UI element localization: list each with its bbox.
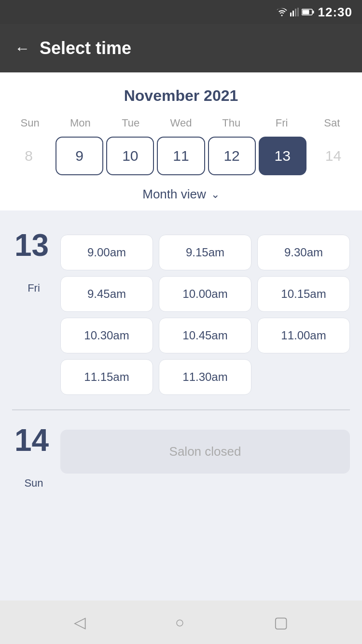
day-13-row: 13 Fri 9.00am 9.15am 9.30am 9.45am 10.00… (0, 220, 362, 405)
wifi-icon (277, 8, 287, 16)
slot-9-45am[interactable]: 9.45am (60, 276, 153, 312)
salon-closed-label: Salon closed (169, 444, 241, 459)
date-12[interactable]: 12 (208, 137, 256, 175)
page-title: Select time (40, 38, 131, 58)
salon-closed-block: Salon closed (60, 430, 350, 474)
slot-11-15am[interactable]: 11.15am (60, 359, 153, 395)
svg-rect-6 (302, 10, 309, 14)
weekday-sun: Sun (5, 114, 55, 132)
date-10[interactable]: 10 (106, 137, 154, 175)
date-8[interactable]: 8 (5, 137, 53, 175)
time-section: 13 Fri 9.00am 9.15am 9.30am 9.45am 10.00… (0, 210, 362, 601)
slot-10-45am[interactable]: 10.45am (159, 318, 251, 353)
clock-time: 12:30 (318, 5, 353, 20)
slot-9-15am[interactable]: 9.15am (159, 235, 251, 270)
slot-10-30am[interactable]: 10.30am (60, 318, 153, 353)
back-nav-button[interactable]: ◁ (74, 613, 86, 631)
home-nav-button[interactable]: ○ (175, 614, 184, 631)
weekday-fri: Fri (256, 114, 306, 132)
weekday-mon: Mon (55, 114, 105, 132)
day-14-label: 14 Sun (12, 425, 56, 490)
date-11[interactable]: 11 (157, 137, 205, 175)
calendar-section: November 2021 Sun Mon Tue Wed Thu Fri Sa… (0, 72, 362, 210)
svg-rect-5 (312, 11, 314, 14)
status-icons (277, 8, 314, 16)
day-13-name: Fri (28, 282, 40, 294)
slot-9-30am[interactable]: 9.30am (257, 235, 350, 270)
month-view-label: Month view (142, 187, 206, 202)
back-button[interactable]: ← (14, 40, 30, 57)
slot-10-15am[interactable]: 10.15am (257, 276, 350, 312)
day-14-row: 14 Sun Salon closed (0, 415, 362, 499)
day-13-number: 13 (14, 230, 53, 261)
svg-rect-2 (295, 9, 296, 16)
date-14[interactable]: 14 (309, 137, 357, 175)
slot-11-00am[interactable]: 11.00am (257, 318, 350, 353)
weekday-wed: Wed (156, 114, 206, 132)
date-9[interactable]: 9 (56, 137, 103, 175)
divider (12, 409, 350, 410)
recent-nav-button[interactable]: ▢ (274, 613, 288, 631)
svg-rect-1 (292, 11, 294, 16)
weekday-thu: Thu (206, 114, 256, 132)
weekday-tue: Tue (106, 114, 156, 132)
app-header: ← Select time (0, 24, 362, 72)
day-14-name: Sun (24, 477, 43, 490)
svg-rect-3 (297, 8, 299, 16)
signal-icon (290, 8, 299, 16)
day-14-number: 14 (14, 425, 53, 456)
day-13-label: 13 Fri (12, 230, 56, 294)
chevron-down-icon: ⌄ (211, 188, 220, 201)
battery-icon (302, 9, 314, 15)
slot-10-00am[interactable]: 10.00am (159, 276, 251, 312)
svg-rect-0 (290, 13, 292, 16)
slot-11-30am[interactable]: 11.30am (159, 359, 251, 395)
month-view-toggle[interactable]: Month view ⌄ (0, 180, 362, 210)
month-label: November 2021 (0, 82, 362, 114)
weekday-row: Sun Mon Tue Wed Thu Fri Sat (0, 114, 362, 132)
day-13-slots: 9.00am 9.15am 9.30am 9.45am 10.00am 10.1… (60, 235, 350, 395)
date-13[interactable]: 13 (259, 137, 306, 175)
dates-row: 8 9 10 11 12 13 14 (0, 132, 362, 180)
slot-9-00am[interactable]: 9.00am (60, 235, 153, 270)
weekday-sat: Sat (307, 114, 357, 132)
status-bar: 12:30 (0, 0, 362, 24)
bottom-nav: ◁ ○ ▢ (0, 601, 362, 644)
